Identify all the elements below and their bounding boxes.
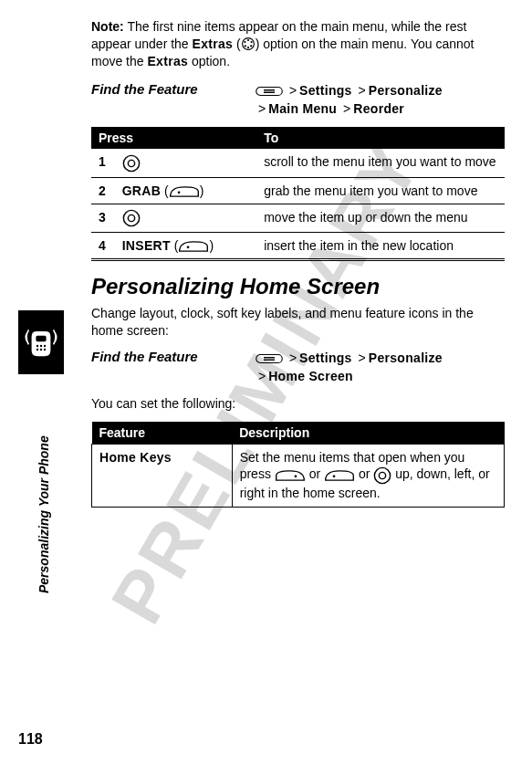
path1-3: Reorder [353, 101, 404, 116]
step-num: 3 [99, 209, 111, 225]
nav-key-icon [122, 154, 141, 173]
svg-point-11 [123, 155, 139, 171]
page-content: Note: The first nine items appear on the… [0, 0, 532, 764]
feature-table: Feature Description Home Keys Set the me… [91, 422, 505, 508]
extras-icon [241, 37, 256, 51]
svg-point-27 [40, 345, 42, 347]
svg-point-24 [380, 472, 386, 478]
set-following: You can set the following: [91, 395, 505, 413]
svg-point-23 [375, 467, 391, 483]
find-feature-label: Find the Feature [91, 81, 256, 97]
section-heading: Personalizing Home Screen [91, 274, 505, 299]
svg-point-31 [44, 349, 46, 351]
path2-2: Home Screen [268, 369, 353, 383]
table-row: 4 INSERT () insert the item in the new l… [91, 233, 505, 260]
svg-point-15 [128, 215, 134, 221]
side-tab-icon [18, 310, 64, 374]
feat-desc-c: or [355, 466, 373, 481]
svg-point-3 [250, 41, 252, 43]
svg-point-28 [44, 345, 46, 347]
menu-key-icon [256, 353, 283, 364]
svg-point-6 [247, 47, 249, 48]
table-row: 2 GRAB () grab the menu item you want to… [91, 177, 505, 204]
svg-point-14 [123, 210, 139, 225]
menu-key-icon [256, 86, 283, 97]
step-desc: move the item up or down the menu [256, 204, 505, 232]
nav-key-icon [373, 466, 391, 485]
step-desc: grab the menu item you want to move [256, 177, 505, 204]
svg-point-30 [40, 349, 42, 351]
note-block: Note: The first nine items appear on the… [91, 18, 505, 70]
feat-desc-b: or [306, 466, 324, 481]
find-feature-1: Find the Feature >Settings >Personalize … [91, 81, 505, 119]
path1-2: Main Menu [268, 101, 337, 116]
step-desc: insert the item in the new location [256, 233, 505, 260]
step-num: 4 [99, 237, 111, 254]
svg-point-5 [250, 45, 252, 47]
softkey-left-icon [324, 469, 355, 482]
steps-table: Press To 1 scroll to the menu item you w… [91, 127, 505, 261]
step-press-label: INSERT [122, 238, 171, 253]
table-row: 1 scroll to the menu item you want to mo… [91, 149, 505, 177]
svg-point-1 [247, 39, 249, 41]
svg-point-12 [128, 160, 134, 166]
find-feature-path: >Settings >Personalize >Main Menu >Reord… [256, 81, 443, 119]
feat-head-desc: Description [232, 422, 504, 445]
note-label: Note: [91, 19, 124, 34]
svg-point-16 [187, 246, 190, 249]
steps-head-press: Press [91, 127, 256, 149]
section-intro: Change layout, clock, soft key labels, a… [91, 305, 505, 340]
step-press-label: GRAB [122, 183, 161, 198]
path2-1: Personalize [369, 351, 443, 365]
note-text-c: ( [233, 37, 241, 51]
step-num: 2 [99, 183, 111, 199]
path2-0: Settings [299, 351, 352, 365]
path1-0: Settings [299, 83, 352, 98]
svg-point-22 [333, 475, 336, 477]
nav-key-icon [122, 209, 141, 227]
find-feature-2: Find the Feature >Settings >Personalize … [91, 349, 505, 386]
svg-point-26 [37, 345, 38, 347]
step-desc: scroll to the menu item you want to move [256, 149, 505, 177]
feat-head-feature: Feature [92, 422, 233, 445]
table-row: 3 move the item up or down the menu [91, 204, 505, 232]
note-text-f: option. [188, 54, 230, 68]
step-num: 1 [99, 153, 111, 170]
svg-point-4 [244, 45, 245, 47]
svg-point-2 [244, 41, 245, 43]
ringing-phone-icon [23, 322, 59, 362]
svg-point-29 [37, 349, 38, 351]
page-number: 118 [18, 731, 43, 748]
side-vertical-label: Personalizing Your Phone [37, 435, 51, 593]
svg-point-21 [294, 475, 297, 477]
steps-head-to: To [256, 127, 505, 149]
table-row: Home Keys Set the menu items that open w… [92, 444, 505, 507]
feat-desc: Set the menu items that open when you pr… [232, 444, 504, 507]
path1-1: Personalize [369, 83, 443, 98]
feat-name: Home Keys [99, 450, 172, 465]
svg-rect-25 [36, 336, 46, 341]
softkey-icon [169, 185, 200, 198]
note-extras-1: Extras [193, 37, 234, 51]
find-feature-path: >Settings >Personalize >Home Screen [256, 349, 443, 386]
softkey-right-icon [275, 469, 306, 482]
note-extras-2: Extras [147, 54, 188, 68]
svg-point-13 [177, 191, 180, 194]
softkey-icon [178, 240, 209, 253]
find-feature-label: Find the Feature [91, 349, 256, 364]
